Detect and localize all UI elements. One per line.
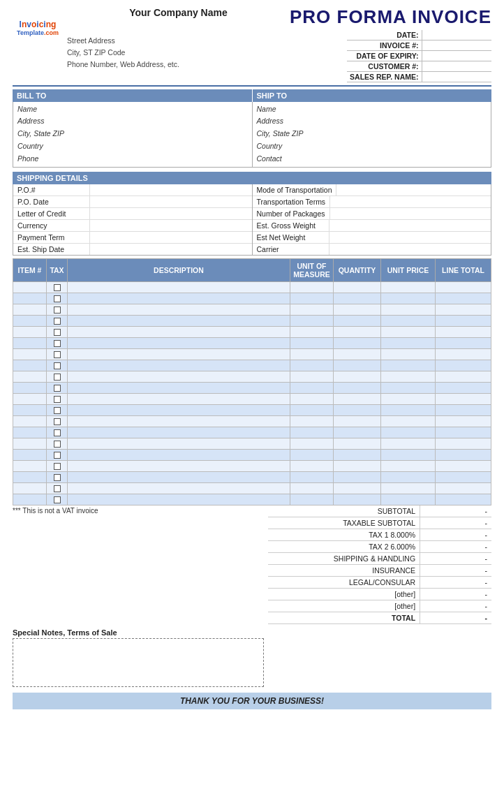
- description-cell[interactable]: [68, 482, 290, 494]
- tax-checkbox-cell[interactable]: [47, 281, 68, 293]
- tax-checkbox-cell[interactable]: [47, 326, 68, 337]
- tax-checkbox[interactable]: [54, 429, 61, 436]
- tax-checkbox[interactable]: [54, 307, 61, 313]
- tax-checkbox-cell[interactable]: [47, 293, 68, 304]
- unit-price-cell[interactable]: [381, 315, 436, 326]
- unit-measure-cell[interactable]: [290, 482, 334, 494]
- unit-measure-cell[interactable]: [290, 326, 334, 337]
- table-row[interactable]: [13, 427, 491, 438]
- notes-box[interactable]: [13, 638, 264, 687]
- description-cell[interactable]: [68, 415, 290, 427]
- unit-measure-cell[interactable]: [290, 415, 334, 427]
- item-number-cell[interactable]: [13, 371, 47, 382]
- ship-podate-val[interactable]: [90, 196, 252, 207]
- description-cell[interactable]: [68, 382, 290, 393]
- quantity-cell[interactable]: [334, 404, 381, 415]
- quantity-cell[interactable]: [334, 460, 381, 471]
- total-value[interactable]: -: [420, 529, 491, 540]
- unit-price-cell[interactable]: [381, 293, 436, 304]
- tax-checkbox-cell[interactable]: [47, 337, 68, 348]
- table-row[interactable]: [13, 315, 491, 326]
- ship-address[interactable]: Address: [257, 115, 487, 128]
- item-number-cell[interactable]: [13, 438, 47, 449]
- item-number-cell[interactable]: [13, 482, 47, 494]
- line-total-cell[interactable]: [436, 371, 491, 382]
- description-cell[interactable]: [68, 393, 290, 404]
- total-value[interactable]: -: [420, 505, 491, 517]
- unit-price-cell[interactable]: [381, 415, 436, 427]
- ship-contact[interactable]: Contact: [257, 153, 487, 165]
- tax-checkbox-cell[interactable]: [47, 371, 68, 382]
- ship-po-val[interactable]: [90, 184, 252, 195]
- table-row[interactable]: [13, 471, 491, 482]
- line-total-cell[interactable]: [436, 494, 491, 505]
- item-number-cell[interactable]: [13, 348, 47, 360]
- line-total-cell[interactable]: [436, 438, 491, 449]
- tax-checkbox[interactable]: [54, 385, 61, 392]
- unit-price-cell[interactable]: [381, 393, 436, 404]
- ship-packages-val[interactable]: [330, 208, 491, 219]
- unit-price-cell[interactable]: [381, 360, 436, 371]
- ship-loc-val[interactable]: [90, 208, 252, 219]
- tax-checkbox[interactable]: [54, 496, 61, 503]
- unit-measure-cell[interactable]: [290, 371, 334, 382]
- total-value[interactable]: -: [420, 517, 491, 529]
- tax-checkbox[interactable]: [54, 374, 61, 381]
- customer-value[interactable]: [422, 61, 491, 71]
- description-cell[interactable]: [68, 326, 290, 337]
- ship-name[interactable]: Name: [257, 103, 487, 116]
- unit-measure-cell[interactable]: [290, 494, 334, 505]
- quantity-cell[interactable]: [334, 471, 381, 482]
- line-total-cell[interactable]: [436, 281, 491, 293]
- description-cell[interactable]: [68, 293, 290, 304]
- tax-checkbox-cell[interactable]: [47, 494, 68, 505]
- item-number-cell[interactable]: [13, 427, 47, 438]
- unit-price-cell[interactable]: [381, 348, 436, 360]
- unit-price-cell[interactable]: [381, 304, 436, 315]
- total-value[interactable]: -: [420, 564, 491, 576]
- table-row[interactable]: [13, 293, 491, 304]
- quantity-cell[interactable]: [334, 304, 381, 315]
- tax-checkbox-cell[interactable]: [47, 304, 68, 315]
- unit-measure-cell[interactable]: [290, 471, 334, 482]
- ship-currency-val[interactable]: [90, 220, 252, 231]
- item-number-cell[interactable]: [13, 460, 47, 471]
- tax-checkbox-cell[interactable]: [47, 382, 68, 393]
- tax-checkbox[interactable]: [54, 418, 61, 425]
- quantity-cell[interactable]: [334, 482, 381, 494]
- line-total-cell[interactable]: [436, 304, 491, 315]
- quantity-cell[interactable]: [334, 494, 381, 505]
- ship-payment-val[interactable]: [90, 232, 252, 243]
- line-total-cell[interactable]: [436, 460, 491, 471]
- invoice-value[interactable]: [422, 40, 491, 50]
- tax-checkbox-cell[interactable]: [47, 360, 68, 371]
- table-row[interactable]: [13, 415, 491, 427]
- unit-price-cell[interactable]: [381, 371, 436, 382]
- total-value[interactable]: -: [420, 540, 491, 552]
- line-total-cell[interactable]: [436, 393, 491, 404]
- ship-estship-val[interactable]: [90, 244, 252, 255]
- line-total-cell[interactable]: [436, 449, 491, 460]
- unit-measure-cell[interactable]: [290, 304, 334, 315]
- quantity-cell[interactable]: [334, 371, 381, 382]
- unit-price-cell[interactable]: [381, 482, 436, 494]
- item-number-cell[interactable]: [13, 315, 47, 326]
- tax-checkbox[interactable]: [54, 452, 61, 459]
- tax-checkbox-cell[interactable]: [47, 315, 68, 326]
- unit-measure-cell[interactable]: [290, 404, 334, 415]
- unit-measure-cell[interactable]: [290, 293, 334, 304]
- tax-checkbox-cell[interactable]: [47, 482, 68, 494]
- line-total-cell[interactable]: [436, 382, 491, 393]
- unit-price-cell[interactable]: [381, 494, 436, 505]
- unit-price-cell[interactable]: [381, 471, 436, 482]
- line-total-cell[interactable]: [436, 427, 491, 438]
- unit-measure-cell[interactable]: [290, 393, 334, 404]
- item-number-cell[interactable]: [13, 360, 47, 371]
- ship-country[interactable]: Country: [257, 140, 487, 153]
- line-total-cell[interactable]: [436, 471, 491, 482]
- description-cell[interactable]: [68, 494, 290, 505]
- expiry-value[interactable]: [422, 50, 491, 61]
- tax-checkbox-cell[interactable]: [47, 427, 68, 438]
- bill-country[interactable]: Country: [17, 140, 248, 153]
- unit-price-cell[interactable]: [381, 427, 436, 438]
